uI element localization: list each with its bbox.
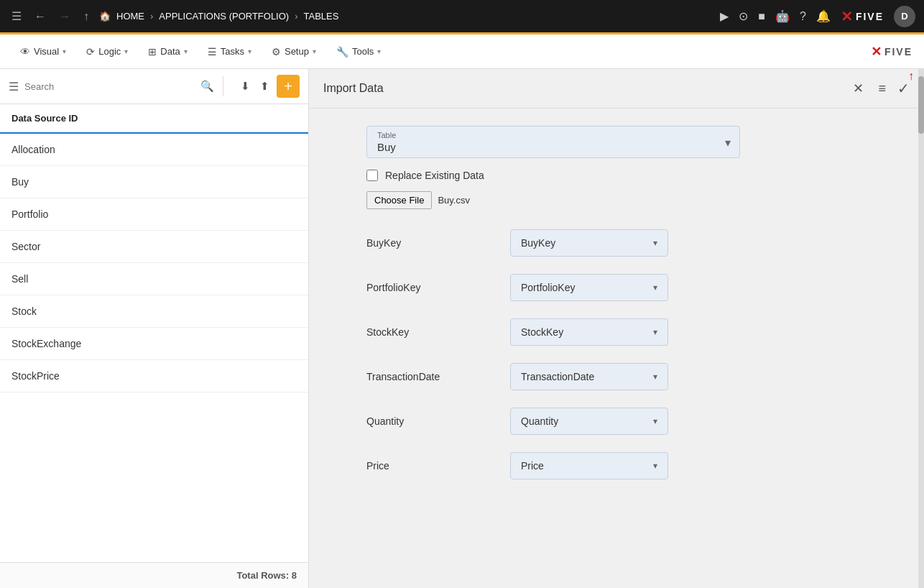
import-panel: Import Data ✕ ≡ ✓ ↑ Table Buy ▾	[309, 69, 924, 588]
small-logo-x-icon: ✕	[871, 44, 882, 60]
download-icon[interactable]: ⬇	[238, 77, 253, 96]
sidebar: ☰ 🔍 ⬇ ⬆ + Data Source ID Allocation Buy …	[0, 69, 309, 588]
list-item[interactable]: Sector	[0, 231, 308, 263]
field-row-stockkey: StockKey StockKey ▾	[366, 318, 867, 346]
field-row-price: Price Price ▾	[366, 452, 867, 479]
transactiondate-dropdown-arrow-icon: ▾	[653, 372, 657, 382]
sidebar-toolbar: ☰ 🔍 ⬇ ⬆ +	[0, 69, 308, 104]
setup-chevron-icon: ▾	[313, 47, 316, 55]
toolbar-buttons: ⬇ ⬆ +	[238, 75, 300, 98]
tab-tools[interactable]: 🔧 Tools ▾	[328, 42, 389, 62]
logo-x-icon: ✕	[841, 8, 853, 25]
record-icon[interactable]: ⊙	[739, 9, 748, 23]
second-nav-bar: 👁 Visual ▾ ⟳ Logic ▾ ⊞ Data ▾ ☰ Tasks ▾ …	[0, 35, 924, 69]
sidebar-list: Allocation Buy Portfolio Sector Sell Sto…	[0, 134, 308, 562]
replace-row: Replace Existing Data	[366, 170, 867, 181]
quantity-label: Quantity	[366, 415, 510, 427]
list-item[interactable]: Stock	[0, 295, 308, 328]
home-label[interactable]: HOME	[116, 11, 144, 22]
tab-setup-label: Setup	[285, 46, 309, 57]
list-item[interactable]: Allocation	[0, 134, 308, 166]
bell-icon[interactable]: 🔔	[816, 9, 831, 23]
tab-setup[interactable]: ⚙ Setup ▾	[263, 42, 325, 62]
stockkey-value: StockKey	[521, 326, 563, 338]
scrollbar-thumb[interactable]	[918, 76, 924, 134]
field-row-transactiondate: TransactionDate TransactionDate ▾	[366, 363, 867, 390]
avatar[interactable]: D	[894, 6, 915, 27]
search-icon[interactable]: 🔍	[200, 80, 214, 93]
transactiondate-select[interactable]: TransactionDate ▾	[510, 363, 668, 390]
price-select[interactable]: Price ▾	[510, 452, 668, 479]
buykey-value: BuyKey	[521, 237, 555, 249]
list-item[interactable]: Buy	[0, 166, 308, 198]
table-label: Table	[377, 131, 729, 139]
stockkey-label: StockKey	[366, 326, 510, 338]
filter-icon: ☰	[9, 80, 19, 93]
tab-tasks[interactable]: ☰ Tasks ▾	[199, 42, 260, 62]
buykey-select[interactable]: BuyKey ▾	[510, 229, 668, 257]
tables-label[interactable]: TABLES	[304, 11, 339, 22]
tab-tools-label: Tools	[352, 46, 374, 57]
list-item[interactable]: StockPrice	[0, 360, 308, 392]
replace-existing-checkbox[interactable]	[366, 170, 378, 181]
menu-lines-icon[interactable]: ≡	[875, 78, 889, 99]
replace-label[interactable]: Replace Existing Data	[385, 170, 484, 181]
scrollbar-track[interactable]	[918, 69, 924, 588]
add-button[interactable]: +	[277, 75, 300, 98]
list-item[interactable]: StockExchange	[0, 328, 308, 360]
buykey-label: BuyKey	[366, 237, 510, 249]
close-icon[interactable]: ✕	[850, 78, 867, 99]
confirm-icon[interactable]: ✓ ↑	[897, 80, 910, 97]
up-icon[interactable]: ↑	[80, 7, 92, 26]
quantity-select[interactable]: Quantity ▾	[510, 408, 668, 435]
list-item[interactable]: Portfolio	[0, 198, 308, 231]
portfoliokey-value: PortfolioKey	[521, 282, 575, 293]
logic-chevron-icon: ▾	[124, 47, 128, 55]
list-item[interactable]: Sell	[0, 263, 308, 295]
choose-file-button[interactable]: Choose File	[366, 191, 432, 209]
transactiondate-value: TransactionDate	[521, 371, 594, 382]
apps-label[interactable]: APPLICATIONS (PORTFOLIO)	[159, 11, 289, 22]
play-icon[interactable]: ▶	[720, 9, 729, 23]
tab-logic-label: Logic	[98, 46, 121, 57]
red-arrow-indicator: ↑	[908, 70, 914, 83]
table-selector[interactable]: Table Buy ▾	[366, 126, 740, 158]
data-chevron-icon: ▾	[184, 47, 188, 55]
breadcrumb: 🏠 HOME › APPLICATIONS (PORTFOLIO) › TABL…	[99, 11, 338, 22]
file-name-label: Buy.csv	[438, 195, 470, 206]
stop-icon[interactable]: ■	[758, 10, 765, 23]
portfoliokey-select[interactable]: PortfolioKey ▾	[510, 274, 668, 301]
back-icon[interactable]: ←	[32, 7, 49, 26]
forward-icon[interactable]: →	[56, 7, 73, 26]
import-body: Table Buy ▾ Replace Existing Data Choose…	[309, 109, 924, 588]
logic-icon: ⟳	[86, 46, 95, 58]
tab-data-label: Data	[160, 46, 180, 57]
field-row-quantity: Quantity Quantity ▾	[366, 408, 867, 435]
logo-five-text: FIVE	[856, 11, 884, 22]
help-icon[interactable]: ?	[800, 10, 806, 23]
import-title: Import Data	[323, 82, 384, 95]
five-logo: ✕ FIVE	[841, 8, 884, 25]
upload-icon[interactable]: ⬆	[257, 77, 272, 96]
tab-tasks-label: Tasks	[221, 46, 244, 57]
robot-icon[interactable]: 🤖	[775, 9, 790, 23]
search-input[interactable]	[24, 81, 195, 92]
separator2: ›	[295, 11, 297, 22]
portfoliokey-label: PortfolioKey	[366, 282, 510, 293]
tab-data[interactable]: ⊞ Data ▾	[139, 42, 195, 62]
choose-file-row: Choose File Buy.csv	[366, 191, 867, 209]
tools-icon: 🔧	[336, 46, 348, 58]
eye-icon: 👁	[20, 46, 30, 58]
tab-visual[interactable]: 👁 Visual ▾	[11, 42, 75, 62]
menu-icon[interactable]: ☰	[9, 6, 24, 26]
table-value: Buy	[377, 141, 729, 153]
separator1: ›	[150, 11, 153, 22]
divider1	[223, 76, 223, 96]
tab-visual-label: Visual	[34, 46, 59, 57]
top-nav-right: ▶ ⊙ ■ 🤖 ? 🔔 ✕ FIVE D	[720, 6, 915, 27]
main-content: ☰ 🔍 ⬇ ⬆ + Data Source ID Allocation Buy …	[0, 69, 924, 588]
top-nav-bar: ☰ ← → ↑ 🏠 HOME › APPLICATIONS (PORTFOLIO…	[0, 0, 924, 35]
field-row-buykey: BuyKey BuyKey ▾	[366, 229, 867, 257]
tab-logic[interactable]: ⟳ Logic ▾	[78, 42, 137, 62]
stockkey-select[interactable]: StockKey ▾	[510, 318, 668, 346]
